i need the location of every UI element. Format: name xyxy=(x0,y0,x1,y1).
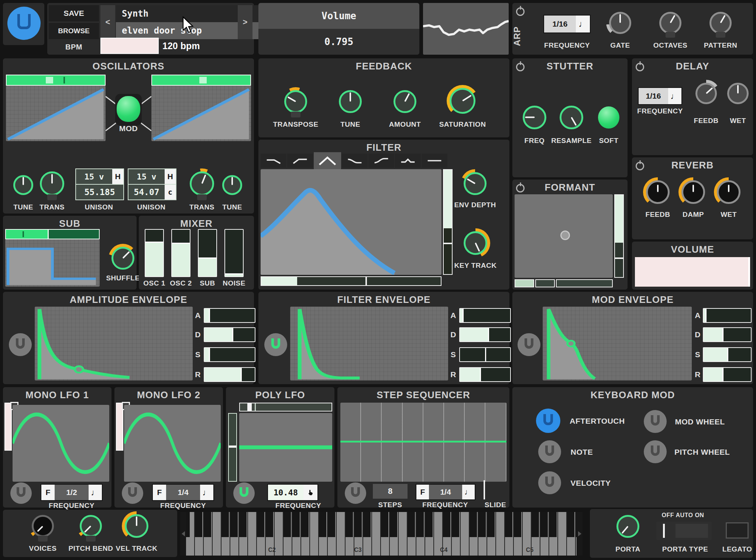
keyboard[interactable]: C2 C3 C4 C5 xyxy=(180,512,583,556)
velocity-mod-source-icon[interactable] xyxy=(538,471,561,494)
filter-shape-tab-3-selected[interactable] xyxy=(314,152,341,169)
reverb-damp-knob[interactable] xyxy=(681,180,705,204)
mono-lfo-1-mod-source-icon[interactable] xyxy=(10,482,32,504)
patch-category[interactable]: Synth xyxy=(116,5,277,22)
filter-envelope-mod-source-icon[interactable] xyxy=(264,333,287,356)
sub-waveform-display[interactable] xyxy=(5,239,100,287)
keyboard-white-keys[interactable]: C2 C3 C4 C5 xyxy=(186,512,577,556)
patch-name[interactable]: elven door stop xyxy=(116,22,277,39)
bpm-slider[interactable] xyxy=(100,38,159,54)
vel-track-knob[interactable] xyxy=(125,514,148,538)
mono-lfo-2-frequency-select[interactable]: F 1/4 ♩ xyxy=(152,484,214,501)
feedback-transpose-knob[interactable] xyxy=(284,90,307,113)
browse-button[interactable]: BROWSE xyxy=(49,23,99,39)
amp-attack-slider[interactable] xyxy=(204,308,255,323)
formant-xy-pad[interactable] xyxy=(515,194,613,278)
porta-knob[interactable] xyxy=(616,515,639,538)
osc2-unison-voices[interactable]: 15 v H xyxy=(128,168,176,185)
feedback-saturation-knob[interactable] xyxy=(450,88,475,114)
osc1-unison-detune[interactable]: 55.185 xyxy=(75,184,124,200)
filter-sustain-slider[interactable] xyxy=(459,347,511,362)
filter-resonance-slider[interactable] xyxy=(443,169,453,275)
arp-gate-knob[interactable] xyxy=(609,12,631,34)
osc1-trans-knob[interactable] xyxy=(40,171,64,196)
poly-lfo-amplitude-slider[interactable] xyxy=(228,413,237,482)
filter-shape-tab-2[interactable] xyxy=(287,154,313,168)
osc1-wave-slider[interactable] xyxy=(6,75,106,86)
free-rate-hand-icon[interactable] xyxy=(303,485,317,500)
pitch-wheel-mod-source-icon[interactable] xyxy=(644,440,667,463)
mod-attack-slider[interactable] xyxy=(703,308,752,323)
mixer-sub-slider[interactable] xyxy=(198,229,217,277)
keyboard-scroll-left-icon[interactable] xyxy=(180,512,186,556)
mono-lfo-2-sync-toggle[interactable]: F xyxy=(153,485,166,500)
osc1-tune-knob[interactable] xyxy=(13,175,33,195)
feedback-amount-knob[interactable] xyxy=(394,90,416,113)
amp-envelope-mod-source-icon[interactable] xyxy=(9,333,32,356)
feedback-tune-knob[interactable] xyxy=(339,90,362,113)
note-mod-source-icon[interactable] xyxy=(538,440,561,463)
mod-envelope-display[interactable] xyxy=(543,307,692,380)
osc1-unison-voices[interactable]: 15 v H xyxy=(75,168,124,185)
stutter-power-icon[interactable] xyxy=(516,63,525,71)
amp-envelope-display[interactable] xyxy=(35,307,193,380)
stutter-freq-knob[interactable] xyxy=(523,106,546,129)
reverb-power-icon[interactable] xyxy=(636,162,644,170)
mod-wheel-mod-source-icon[interactable] xyxy=(644,410,667,433)
stutter-resample-knob[interactable] xyxy=(560,106,583,129)
filter-attack-slider[interactable] xyxy=(459,308,511,323)
amp-release-slider[interactable] xyxy=(204,367,255,382)
poly-lfo-phase-slider[interactable] xyxy=(239,403,332,412)
mono-lfo-2-mod-source-icon[interactable] xyxy=(122,482,143,504)
osc2-unison-harmonize[interactable]: H xyxy=(165,169,176,184)
delay-power-icon[interactable] xyxy=(636,63,644,71)
poly-lfo-waveform-display[interactable] xyxy=(239,413,332,482)
filter-decay-slider[interactable] xyxy=(459,327,511,342)
mono-lfo-1-waveform-display[interactable] xyxy=(13,405,109,482)
mixer-osc2-slider[interactable] xyxy=(171,229,190,277)
osc1-unison-harmonize[interactable]: H xyxy=(112,169,123,184)
note-icon[interactable]: ♩ xyxy=(576,16,590,33)
amp-decay-slider[interactable] xyxy=(204,327,255,342)
master-volume-slider[interactable] xyxy=(635,257,750,287)
reverb-wet-knob[interactable] xyxy=(717,180,740,204)
poly-lfo-frequency-select[interactable]: 10.48 xyxy=(267,484,318,501)
arp-octaves-knob[interactable] xyxy=(659,12,681,34)
filter-key-track-knob[interactable] xyxy=(464,231,487,255)
filter-cutoff-slider[interactable] xyxy=(261,276,441,286)
mono-lfo-2-waveform-display[interactable] xyxy=(124,405,221,482)
filter-envelope-display[interactable] xyxy=(290,307,448,380)
stutter-soft-knob[interactable] xyxy=(598,106,619,129)
delay-wet-knob[interactable] xyxy=(727,83,749,104)
porta-type-slider[interactable] xyxy=(656,522,712,540)
keyboard-scroll-right-icon[interactable] xyxy=(577,512,583,556)
note-icon[interactable]: ♩ xyxy=(462,485,475,499)
delay-frequency-select[interactable]: 1/16 ♩ xyxy=(638,87,682,105)
step-sequencer-slide-slider[interactable] xyxy=(484,480,485,499)
formant-power-icon[interactable] xyxy=(516,184,525,192)
mixer-osc1-slider[interactable] xyxy=(145,229,164,277)
filter-response-display[interactable] xyxy=(261,169,441,275)
pitch-bend-knob[interactable] xyxy=(80,515,102,537)
mono-lfo-1-sync-toggle[interactable]: F xyxy=(41,485,55,500)
step-sequencer-steps-value[interactable]: 8 xyxy=(373,484,408,499)
step-sequencer-mod-source-icon[interactable] xyxy=(345,482,366,504)
sub-wave-slider[interactable] xyxy=(5,229,100,239)
reverb-feedback-knob[interactable] xyxy=(646,180,670,204)
step-sequencer-frequency-select[interactable]: F 1/4 ♩ xyxy=(416,484,475,500)
mono-lfo-1-frequency-select[interactable]: F 1/2 ♩ xyxy=(41,484,103,501)
prev-patch-button[interactable]: < xyxy=(100,5,115,39)
keyboard-black-keys[interactable] xyxy=(186,512,577,537)
poly-lfo-mod-source-icon[interactable] xyxy=(233,482,255,504)
mixer-noise-slider[interactable] xyxy=(224,229,244,277)
osc2-waveform-display[interactable] xyxy=(151,86,251,141)
legato-checkbox[interactable] xyxy=(726,522,749,539)
porta-type-handle[interactable] xyxy=(663,524,665,538)
mod-envelope-mod-source-icon[interactable] xyxy=(518,333,540,356)
filter-shape-tab-7[interactable] xyxy=(422,154,447,168)
arp-power-icon[interactable] xyxy=(516,7,525,16)
formant-xy-handle[interactable] xyxy=(560,231,570,240)
filter-shape-tab-6[interactable] xyxy=(395,154,421,168)
osc2-trans-knob[interactable] xyxy=(190,171,214,196)
sub-shuffle-knob[interactable] xyxy=(111,247,134,270)
